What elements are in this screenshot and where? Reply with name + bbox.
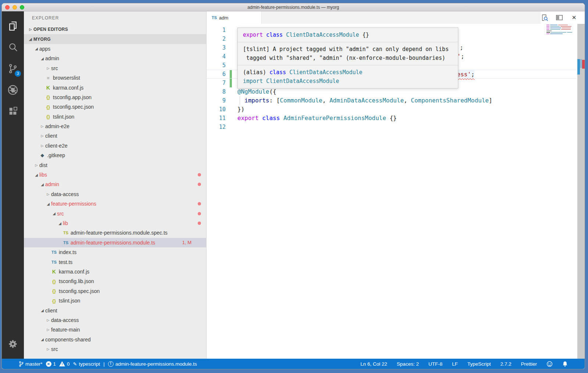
- folder-arrow-icon: ▷: [39, 144, 45, 148]
- ts-version[interactable]: 2.7.2: [500, 361, 511, 367]
- tree-item[interactable]: ▷ OPEN EDITORS: [24, 25, 206, 34]
- tree-item[interactable]: ▷ src: [24, 64, 206, 73]
- tree-item[interactable]: K karma.conf.js: [24, 267, 206, 276]
- settings-gear-icon[interactable]: [4, 334, 22, 354]
- tree-item[interactable]: {} tslint.json: [24, 112, 206, 122]
- file-tree: ▷ OPEN EDITORS ◢ MYORG ◢ apps ◢ admin ▷ …: [24, 25, 206, 359]
- split-editor-icon[interactable]: [555, 14, 563, 22]
- status-separator: |: [103, 361, 105, 367]
- code-line[interactable]: imports: [CommonModule, AdminDataAccessM…: [207, 96, 577, 105]
- errors-status[interactable]: ✕ 1: [46, 361, 56, 367]
- tree-item[interactable]: {} tsconfig.app.json: [24, 93, 206, 102]
- tree-item[interactable]: ▷ data-access: [24, 315, 206, 325]
- warning-icon: !: [59, 361, 65, 366]
- tree-item[interactable]: ◢ lib: [24, 218, 206, 228]
- folder-arrow-icon: ◢: [39, 308, 45, 312]
- tree-item[interactable]: ◢ libs: [24, 170, 206, 180]
- tree-item[interactable]: {} tsconfig.spec.json: [24, 286, 206, 296]
- code-fragment: ;: [460, 43, 463, 52]
- tree-item[interactable]: ◢ admin: [24, 54, 206, 63]
- tree-item[interactable]: ▷ admin-e2e: [24, 122, 206, 131]
- tree-item[interactable]: ◢ client: [24, 305, 206, 315]
- minimap[interactable]: [546, 25, 575, 35]
- git-branch-status[interactable]: master*: [19, 361, 43, 367]
- notifications-bell-icon[interactable]: [562, 361, 568, 367]
- tree-item[interactable]: ◢ src: [24, 209, 206, 218]
- encoding[interactable]: UTF-8: [429, 361, 442, 367]
- minimize-window-button[interactable]: [12, 5, 17, 10]
- tree-item[interactable]: ◢ feature-permissions: [24, 199, 206, 209]
- git-branch-icon: [19, 361, 24, 367]
- tree-item-label: lib: [63, 220, 68, 226]
- tree-item[interactable]: ▷ src: [24, 344, 206, 354]
- code-token: ]: [489, 97, 492, 104]
- code-line[interactable]: [207, 123, 577, 131]
- active-file-status[interactable]: ! admin-feature-permissions.module.ts: [108, 361, 197, 367]
- code-token: (alias): [243, 69, 269, 76]
- code-line[interactable]: export class AdminFeaturePermissionsModu…: [207, 114, 577, 123]
- status-bar: master* ✕ 1 ! 0 ✎ typescript | ! admin-f…: [2, 359, 585, 369]
- tree-item[interactable]: ◢ apps: [24, 44, 206, 54]
- folder-arrow-icon: ▷: [39, 124, 45, 128]
- linter-status[interactable]: ✎ typescript: [73, 361, 100, 367]
- code-token: AdminFeaturePermissionsModule: [283, 115, 390, 122]
- folder-arrow-icon: ▷: [45, 347, 51, 351]
- tab-admin-feature-permissions[interactable]: TS adm: [207, 11, 262, 24]
- debug-disabled-icon[interactable]: [4, 80, 22, 99]
- close-window-button[interactable]: [5, 5, 10, 10]
- tree-item[interactable]: ▷ client: [24, 131, 206, 141]
- tree-item[interactable]: {} tsconfig.spec.json: [24, 102, 206, 112]
- open-preview-icon[interactable]: [541, 14, 549, 22]
- folder-arrow-icon: ◢: [45, 202, 51, 206]
- code-token: AdminDataAccessModule: [329, 97, 404, 104]
- title-bar[interactable]: admin-feature-permissions.module.ts — my…: [2, 3, 585, 11]
- git-status-dot-icon: [198, 222, 201, 225]
- code-token: ;: [461, 53, 465, 60]
- cursor-position[interactable]: Ln 6, Col 22: [361, 361, 387, 367]
- tree-item[interactable]: {} tslint.json: [24, 296, 206, 305]
- tooltip-signature: export class ClientDataAccessModule {}: [238, 28, 458, 42]
- tree-item[interactable]: ◆ .gitkeep: [24, 151, 206, 160]
- indentation[interactable]: Spaces: 2: [397, 361, 419, 367]
- error-count: 1: [53, 361, 56, 367]
- tree-item[interactable]: ≡ browserslist: [24, 73, 206, 83]
- close-editor-icon[interactable]: ✕: [570, 14, 578, 22]
- code-token: class: [269, 69, 289, 76]
- tree-item[interactable]: ◢ admin: [24, 180, 206, 189]
- ruler-error-mark: [582, 60, 585, 69]
- search-icon[interactable]: [4, 38, 22, 57]
- tree-item[interactable]: ◢ MYORG: [24, 34, 206, 44]
- sidebar-title: EXPLORER: [24, 11, 206, 25]
- folder-arrow-icon: ◢: [33, 47, 39, 51]
- tree-item[interactable]: TS admin-feature-permissions.module.ts 1…: [24, 238, 206, 247]
- formatter[interactable]: Prettier: [521, 361, 537, 367]
- tree-item[interactable]: TS admin-feature-permissions.module.spec…: [24, 228, 206, 238]
- feedback-smiley-icon[interactable]: [546, 361, 553, 367]
- explorer-icon[interactable]: [4, 17, 22, 36]
- tree-item[interactable]: TS index.ts: [24, 247, 206, 257]
- code-token: ;: [460, 44, 463, 51]
- language-mode[interactable]: TypeScript: [467, 361, 491, 367]
- tree-item[interactable]: ▷ dist: [24, 160, 206, 170]
- tree-item[interactable]: ▷ feature-main: [24, 325, 206, 334]
- tree-item-label: libs: [39, 172, 47, 178]
- eol-sequence[interactable]: LF: [452, 361, 458, 367]
- tree-item-label: index.ts: [59, 249, 76, 255]
- code-line[interactable]: @NgModule({: [207, 87, 577, 96]
- tree-item[interactable]: ▷ data-access: [24, 189, 206, 199]
- tree-item-label: tsconfig.spec.json: [53, 104, 94, 110]
- tree-item[interactable]: {} tsconfig.lib.json: [24, 276, 206, 286]
- code-token: ClientDataAccessModule: [286, 32, 362, 38]
- tree-item[interactable]: K karma.conf.js: [24, 83, 206, 92]
- overview-ruler[interactable]: [577, 24, 585, 359]
- tree-item[interactable]: TS test.ts: [24, 257, 206, 267]
- code-token: {}: [362, 32, 369, 38]
- warnings-status[interactable]: ! 0: [59, 361, 70, 367]
- source-control-icon[interactable]: 3: [4, 59, 22, 78]
- tree-item[interactable]: ▷ client-e2e: [24, 141, 206, 151]
- code-editor[interactable]: 123456789101112 ;';import { ClientDataAc…: [207, 24, 585, 359]
- tree-item[interactable]: ◢ components-shared: [24, 335, 206, 344]
- extensions-icon[interactable]: [4, 102, 22, 121]
- zoom-window-button[interactable]: [20, 5, 24, 10]
- code-line[interactable]: }): [207, 105, 577, 114]
